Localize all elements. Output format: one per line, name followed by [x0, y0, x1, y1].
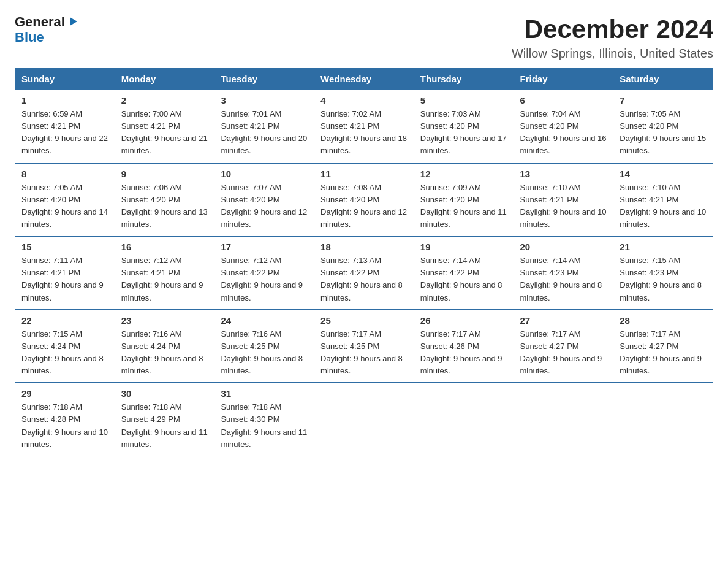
calendar-cell: 31Sunrise: 7:18 AMSunset: 4:30 PMDayligh…: [214, 383, 314, 456]
header-monday: Monday: [115, 69, 214, 90]
day-info: Sunrise: 7:17 AMSunset: 4:27 PMDaylight:…: [620, 328, 707, 378]
day-info: Sunrise: 7:12 AMSunset: 4:22 PMDaylight:…: [221, 255, 308, 304]
day-number: 7: [620, 95, 707, 105]
svg-marker-0: [70, 17, 77, 26]
day-number: 2: [121, 95, 208, 105]
calendar-cell: 7Sunrise: 7:05 AMSunset: 4:20 PMDaylight…: [613, 90, 713, 163]
calendar-cell: 27Sunrise: 7:17 AMSunset: 4:27 PMDayligh…: [514, 310, 613, 383]
logo-blue: Blue: [15, 29, 44, 45]
header-saturday: Saturday: [613, 69, 713, 90]
calendar-cell: 29Sunrise: 7:18 AMSunset: 4:28 PMDayligh…: [15, 383, 115, 456]
day-info: Sunrise: 7:02 AMSunset: 4:21 PMDaylight:…: [320, 108, 408, 158]
day-info: Sunrise: 7:17 AMSunset: 4:27 PMDaylight:…: [520, 328, 607, 378]
day-info: Sunrise: 7:03 AMSunset: 4:20 PMDaylight:…: [420, 108, 507, 158]
calendar-cell: 30Sunrise: 7:18 AMSunset: 4:29 PMDayligh…: [115, 383, 214, 456]
day-number: 9: [121, 169, 208, 179]
day-number: 21: [620, 242, 707, 252]
calendar-week-row: 29Sunrise: 7:18 AMSunset: 4:28 PMDayligh…: [15, 383, 713, 456]
calendar-cell: 5Sunrise: 7:03 AMSunset: 4:20 PMDaylight…: [414, 90, 514, 163]
day-number: 29: [21, 388, 108, 399]
day-number: 12: [420, 169, 507, 179]
calendar-week-row: 8Sunrise: 7:05 AMSunset: 4:20 PMDaylight…: [15, 163, 713, 237]
day-number: 13: [520, 169, 607, 179]
day-number: 11: [320, 169, 408, 179]
day-number: 31: [221, 388, 308, 399]
day-number: 26: [420, 315, 507, 326]
page-header: General Blue December 2024 Willow Spring…: [15, 15, 713, 61]
day-info: Sunrise: 7:05 AMSunset: 4:20 PMDaylight:…: [21, 182, 108, 231]
calendar-cell: [514, 383, 613, 456]
day-info: Sunrise: 7:00 AMSunset: 4:21 PMDaylight:…: [121, 108, 208, 158]
calendar-cell: 25Sunrise: 7:17 AMSunset: 4:25 PMDayligh…: [314, 310, 414, 383]
day-number: 15: [21, 242, 108, 252]
day-number: 24: [221, 315, 308, 326]
calendar-title: December 2024: [512, 15, 713, 44]
calendar-cell: 23Sunrise: 7:16 AMSunset: 4:24 PMDayligh…: [115, 310, 214, 383]
day-info: Sunrise: 7:17 AMSunset: 4:25 PMDaylight:…: [320, 328, 408, 378]
calendar-week-row: 15Sunrise: 7:11 AMSunset: 4:21 PMDayligh…: [15, 236, 713, 310]
calendar-cell: 2Sunrise: 7:00 AMSunset: 4:21 PMDaylight…: [115, 90, 214, 163]
calendar-cell: 15Sunrise: 7:11 AMSunset: 4:21 PMDayligh…: [15, 236, 115, 310]
day-info: Sunrise: 7:15 AMSunset: 4:23 PMDaylight:…: [620, 255, 707, 304]
calendar-cell: 28Sunrise: 7:17 AMSunset: 4:27 PMDayligh…: [613, 310, 713, 383]
logo-general: General: [15, 15, 65, 29]
calendar-cell: 10Sunrise: 7:07 AMSunset: 4:20 PMDayligh…: [214, 163, 314, 237]
calendar-cell: [414, 383, 514, 456]
day-number: 20: [520, 242, 607, 252]
day-number: 5: [420, 95, 507, 105]
calendar-week-row: 22Sunrise: 7:15 AMSunset: 4:24 PMDayligh…: [15, 310, 713, 383]
calendar-cell: [613, 383, 713, 456]
calendar-cell: 16Sunrise: 7:12 AMSunset: 4:21 PMDayligh…: [115, 236, 214, 310]
day-number: 17: [221, 242, 308, 252]
calendar-week-row: 1Sunrise: 6:59 AMSunset: 4:21 PMDaylight…: [15, 90, 713, 163]
day-number: 14: [620, 169, 707, 179]
calendar-cell: 14Sunrise: 7:10 AMSunset: 4:21 PMDayligh…: [613, 163, 713, 237]
day-number: 8: [21, 169, 108, 179]
day-info: Sunrise: 7:04 AMSunset: 4:20 PMDaylight:…: [520, 108, 607, 158]
day-info: Sunrise: 7:18 AMSunset: 4:30 PMDaylight:…: [221, 401, 308, 451]
header-friday: Friday: [514, 69, 613, 90]
calendar-cell: 1Sunrise: 6:59 AMSunset: 4:21 PMDaylight…: [15, 90, 115, 163]
day-number: 18: [320, 242, 408, 252]
header-thursday: Thursday: [414, 69, 514, 90]
day-number: 28: [620, 315, 707, 326]
day-number: 19: [420, 242, 507, 252]
day-number: 6: [520, 95, 607, 105]
header-sunday: Sunday: [15, 69, 115, 90]
logo: General Blue: [15, 15, 80, 45]
day-number: 1: [21, 95, 108, 105]
day-info: Sunrise: 7:16 AMSunset: 4:24 PMDaylight:…: [121, 328, 208, 378]
day-info: Sunrise: 7:11 AMSunset: 4:21 PMDaylight:…: [21, 255, 108, 304]
calendar-cell: 21Sunrise: 7:15 AMSunset: 4:23 PMDayligh…: [613, 236, 713, 310]
day-info: Sunrise: 7:09 AMSunset: 4:20 PMDaylight:…: [420, 182, 507, 231]
day-info: Sunrise: 7:07 AMSunset: 4:20 PMDaylight:…: [221, 182, 308, 231]
logo-arrow-icon: [66, 15, 80, 28]
day-number: 22: [21, 315, 108, 326]
calendar-cell: 22Sunrise: 7:15 AMSunset: 4:24 PMDayligh…: [15, 310, 115, 383]
calendar-cell: 9Sunrise: 7:06 AMSunset: 4:20 PMDaylight…: [115, 163, 214, 237]
day-number: 25: [320, 315, 408, 326]
day-info: Sunrise: 7:17 AMSunset: 4:26 PMDaylight:…: [420, 328, 507, 378]
calendar-cell: 12Sunrise: 7:09 AMSunset: 4:20 PMDayligh…: [414, 163, 514, 237]
header-wednesday: Wednesday: [314, 69, 414, 90]
day-info: Sunrise: 7:14 AMSunset: 4:23 PMDaylight:…: [520, 255, 607, 304]
calendar-header-row: SundayMondayTuesdayWednesdayThursdayFrid…: [15, 69, 713, 90]
day-info: Sunrise: 7:10 AMSunset: 4:21 PMDaylight:…: [620, 182, 707, 231]
day-info: Sunrise: 7:05 AMSunset: 4:20 PMDaylight:…: [620, 108, 707, 158]
day-info: Sunrise: 7:18 AMSunset: 4:29 PMDaylight:…: [121, 401, 208, 451]
calendar-cell: 8Sunrise: 7:05 AMSunset: 4:20 PMDaylight…: [15, 163, 115, 237]
day-info: Sunrise: 7:10 AMSunset: 4:21 PMDaylight:…: [520, 182, 607, 231]
day-number: 16: [121, 242, 208, 252]
day-info: Sunrise: 7:13 AMSunset: 4:22 PMDaylight:…: [320, 255, 408, 304]
header-tuesday: Tuesday: [214, 69, 314, 90]
day-number: 10: [221, 169, 308, 179]
day-info: Sunrise: 7:18 AMSunset: 4:28 PMDaylight:…: [21, 401, 108, 451]
calendar-cell: 4Sunrise: 7:02 AMSunset: 4:21 PMDaylight…: [314, 90, 414, 163]
day-number: 27: [520, 315, 607, 326]
calendar-cell: 11Sunrise: 7:08 AMSunset: 4:20 PMDayligh…: [314, 163, 414, 237]
calendar-cell: 3Sunrise: 7:01 AMSunset: 4:21 PMDaylight…: [214, 90, 314, 163]
day-number: 23: [121, 315, 208, 326]
title-section: December 2024 Willow Springs, Illinois, …: [512, 15, 713, 61]
calendar-cell: 24Sunrise: 7:16 AMSunset: 4:25 PMDayligh…: [214, 310, 314, 383]
calendar-cell: 18Sunrise: 7:13 AMSunset: 4:22 PMDayligh…: [314, 236, 414, 310]
